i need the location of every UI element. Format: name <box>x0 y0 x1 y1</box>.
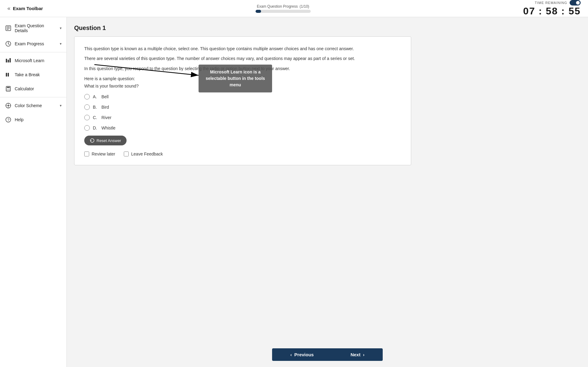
letter-b: B. <box>93 105 99 110</box>
label-d[interactable]: D. Whistle <box>93 125 116 130</box>
letter-c: C. <box>93 115 99 120</box>
previous-button[interactable]: ‹ Previous <box>272 348 332 361</box>
leave-feedback-checkbox[interactable] <box>124 152 129 156</box>
bottom-navigation: ‹ Previous Next › <box>67 342 588 367</box>
reset-answer-label: Reset Answer <box>97 138 121 143</box>
toolbar-title-area: « Exam Toolbar <box>7 5 43 12</box>
progress-label: Exam Question Progress <box>257 4 298 9</box>
annotation-text: Microsoft Learn icon is a selectable but… <box>206 69 265 87</box>
exam-progress-icon <box>5 40 12 47</box>
timer-toggle[interactable] <box>570 0 581 6</box>
sidebar-divider-1 <box>0 52 66 52</box>
sidebar-label-calculator: Calculator <box>15 86 62 91</box>
sidebar-label-color-scheme: Color Scheme <box>15 103 57 108</box>
svg-point-15 <box>7 90 7 91</box>
label-c[interactable]: C. River <box>93 115 112 120</box>
radio-d[interactable] <box>84 125 90 131</box>
sidebar-item-take-a-break[interactable]: Take a Break <box>0 68 66 82</box>
svg-point-17 <box>9 90 10 91</box>
chevron-exam-progress: ▾ <box>60 42 62 46</box>
question-card: This question type is known as a multipl… <box>74 36 411 165</box>
svg-text:?: ? <box>7 118 9 122</box>
text-b: Bird <box>101 105 109 110</box>
help-icon: ? <box>5 116 12 123</box>
svg-point-12 <box>7 89 7 89</box>
time-remaining-label: TIME REMAINING <box>535 1 567 5</box>
content-area: Question 1 This question type is known a… <box>67 17 588 367</box>
review-later-label[interactable]: Review later <box>92 152 115 156</box>
text-d: Whistle <box>101 125 116 130</box>
sidebar-label-help: Help <box>15 117 62 122</box>
sidebar-item-microsoft-learn[interactable]: Microsoft Learn <box>0 54 66 68</box>
text-c: River <box>101 115 112 120</box>
svg-point-16 <box>8 90 9 91</box>
sidebar-item-exam-question-details[interactable]: Exam Question Details ▾ <box>0 20 66 37</box>
sidebar-label-exam-question-details: Exam Question Details <box>15 23 57 33</box>
collapse-sidebar-icon[interactable]: « <box>7 5 10 12</box>
next-button[interactable]: Next › <box>332 348 383 361</box>
svg-point-13 <box>8 89 9 89</box>
review-later-checkbox[interactable] <box>84 152 89 156</box>
microsoft-learn-icon <box>5 57 12 64</box>
time-value: 07 : 58 : 55 <box>523 6 581 17</box>
sidebar-item-calculator[interactable]: Calculator <box>0 82 66 96</box>
radio-b[interactable] <box>84 104 90 110</box>
sidebar: Exam Question Details ▾ Exam Progress ▾ … <box>0 17 67 367</box>
sidebar-divider-2 <box>0 97 66 97</box>
sidebar-item-color-scheme[interactable]: Color Scheme ▾ <box>0 99 66 113</box>
next-label: Next <box>351 352 361 357</box>
toolbar-title: Exam Toolbar <box>13 6 43 11</box>
progress-area: Exam Question Progress (1/10) <box>256 4 311 13</box>
letter-a: A. <box>93 94 99 99</box>
svg-point-14 <box>9 89 10 89</box>
svg-rect-11 <box>7 87 10 88</box>
svg-rect-8 <box>6 73 7 77</box>
svg-rect-7 <box>9 58 11 62</box>
chevron-exam-question-details: ▾ <box>60 26 62 30</box>
previous-label: Previous <box>294 352 314 357</box>
answer-option-b[interactable]: B. Bird <box>84 104 401 110</box>
radio-a[interactable] <box>84 94 90 99</box>
sidebar-item-help[interactable]: ? Help <box>0 113 66 127</box>
exam-question-details-icon <box>5 25 12 32</box>
leave-feedback-label[interactable]: Leave Feedback <box>131 152 163 156</box>
top-bar: « Exam Toolbar Exam Question Progress (1… <box>0 0 588 17</box>
svg-rect-9 <box>8 73 9 77</box>
bottom-checkboxes: Review later Leave Feedback <box>84 152 401 156</box>
sidebar-label-microsoft-learn: Microsoft Learn <box>15 58 62 63</box>
label-b[interactable]: B. Bird <box>93 105 109 110</box>
next-icon: › <box>363 352 364 357</box>
sidebar-item-exam-progress[interactable]: Exam Progress ▾ <box>0 37 66 51</box>
svg-rect-6 <box>8 60 9 62</box>
svg-point-21 <box>8 105 9 106</box>
prev-icon: ‹ <box>290 352 292 357</box>
reset-icon <box>90 138 95 143</box>
question-title: Question 1 <box>74 24 581 32</box>
leave-feedback-checkbox-item[interactable]: Leave Feedback <box>124 152 163 156</box>
text-a: Bell <box>101 94 108 99</box>
timer-area: TIME REMAINING 07 : 58 : 55 <box>523 0 581 17</box>
progress-bar <box>256 10 311 13</box>
answer-option-a[interactable]: A. Bell <box>84 94 401 99</box>
letter-d: D. <box>93 125 99 130</box>
question-description-2: There are several varieties of this ques… <box>84 55 401 62</box>
reset-answer-button[interactable]: Reset Answer <box>84 136 127 145</box>
question-description-1: This question type is known as a multipl… <box>84 45 401 52</box>
chevron-color-scheme: ▾ <box>60 103 62 108</box>
answer-option-d[interactable]: D. Whistle <box>84 125 401 131</box>
progress-fraction: (1/10) <box>300 4 309 9</box>
progress-bar-fill <box>256 10 261 13</box>
color-scheme-icon <box>5 102 12 109</box>
review-later-checkbox-item[interactable]: Review later <box>84 152 115 156</box>
answer-option-c[interactable]: C. River <box>84 115 401 120</box>
sidebar-label-take-a-break: Take a Break <box>15 72 62 77</box>
svg-rect-5 <box>6 59 7 62</box>
take-a-break-icon <box>5 71 12 78</box>
radio-c[interactable] <box>84 115 90 120</box>
annotation-tooltip: Microsoft Learn icon is a selectable but… <box>199 65 272 92</box>
calculator-icon <box>5 85 12 92</box>
label-a[interactable]: A. Bell <box>93 94 108 99</box>
main-layout: Exam Question Details ▾ Exam Progress ▾ … <box>0 17 588 367</box>
sidebar-label-exam-progress: Exam Progress <box>15 41 57 46</box>
